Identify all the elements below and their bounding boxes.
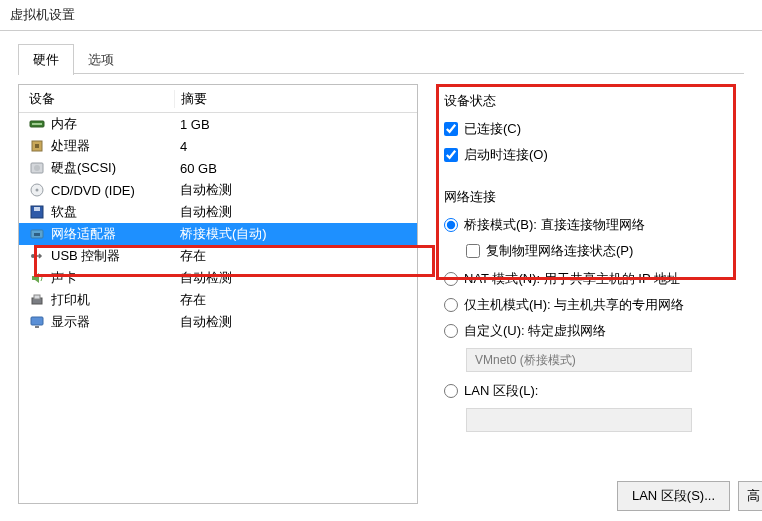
device-label: 网络适配器 xyxy=(51,225,116,243)
table-row[interactable]: 打印机存在 xyxy=(19,289,417,311)
checkbox-connected[interactable]: 已连接(C) xyxy=(444,120,744,138)
radio-nat-label: NAT 模式(N): 用于共享主机的 IP 地址 xyxy=(464,270,680,288)
window-title: 虚拟机设置 xyxy=(0,0,762,30)
device-summary: 4 xyxy=(174,139,417,154)
device-label: 打印机 xyxy=(51,291,90,309)
memory-icon xyxy=(29,116,45,132)
table-row[interactable]: 硬盘(SCSI)60 GB xyxy=(19,157,417,179)
checkbox-replicate-input[interactable] xyxy=(466,244,480,258)
checkbox-connect-at-power-on-input[interactable] xyxy=(444,148,458,162)
column-header-device[interactable]: 设备 xyxy=(19,90,174,108)
network-connection-title: 网络连接 xyxy=(444,188,744,206)
radio-nat-input[interactable] xyxy=(444,272,458,286)
column-header-summary[interactable]: 摘要 xyxy=(174,90,417,108)
device-label: CD/DVD (IDE) xyxy=(51,183,135,198)
display-icon xyxy=(29,314,45,330)
device-label: 内存 xyxy=(51,115,77,133)
sound-icon xyxy=(29,270,45,286)
radio-nat[interactable]: NAT 模式(N): 用于共享主机的 IP 地址 xyxy=(444,270,744,288)
printer-icon xyxy=(29,292,45,308)
device-summary: 自动检测 xyxy=(174,181,417,199)
table-row[interactable]: 内存1 GB xyxy=(19,113,417,135)
table-row[interactable]: 声卡自动检测 xyxy=(19,267,417,289)
checkbox-replicate-label: 复制物理网络连接状态(P) xyxy=(486,242,633,260)
radio-hostonly-input[interactable] xyxy=(444,298,458,312)
device-label: 处理器 xyxy=(51,137,90,155)
table-row[interactable]: 软盘自动检测 xyxy=(19,201,417,223)
checkbox-connect-at-power-on[interactable]: 启动时连接(O) xyxy=(444,146,744,164)
nic-icon xyxy=(29,226,45,242)
device-label: 显示器 xyxy=(51,313,90,331)
radio-hostonly-label: 仅主机模式(H): 与主机共享的专用网络 xyxy=(464,296,684,314)
radio-hostonly[interactable]: 仅主机模式(H): 与主机共享的专用网络 xyxy=(444,296,744,314)
device-summary: 1 GB xyxy=(174,117,417,132)
device-summary: 自动检测 xyxy=(174,313,417,331)
device-summary: 存在 xyxy=(174,247,417,265)
radio-lan-segment[interactable]: LAN 区段(L): xyxy=(444,382,744,400)
device-list[interactable]: 内存1 GB处理器4硬盘(SCSI)60 GBCD/DVD (IDE)自动检测软… xyxy=(19,113,417,503)
device-label: USB 控制器 xyxy=(51,247,120,265)
radio-lan-segment-input[interactable] xyxy=(444,384,458,398)
device-state-title: 设备状态 xyxy=(444,92,744,110)
device-summary: 60 GB xyxy=(174,161,417,176)
radio-bridged-label: 桥接模式(B): 直接连接物理网络 xyxy=(464,216,645,234)
custom-network-select xyxy=(466,348,692,372)
table-row[interactable]: 网络适配器桥接模式(自动) xyxy=(19,223,417,245)
disk-icon xyxy=(29,160,45,176)
cd-icon xyxy=(29,182,45,198)
device-summary: 存在 xyxy=(174,291,417,309)
radio-lan-segment-label: LAN 区段(L): xyxy=(464,382,538,400)
device-summary: 自动检测 xyxy=(174,269,417,287)
device-label: 硬盘(SCSI) xyxy=(51,159,116,177)
device-list-panel: 设备 摘要 内存1 GB处理器4硬盘(SCSI)60 GBCD/DVD (IDE… xyxy=(18,84,418,504)
lan-segments-button[interactable]: LAN 区段(S)... xyxy=(617,481,730,511)
radio-custom-input[interactable] xyxy=(444,324,458,338)
device-summary: 桥接模式(自动) xyxy=(174,225,417,243)
usb-icon xyxy=(29,248,45,264)
tabs: 硬件 选项 xyxy=(18,43,744,74)
checkbox-replicate[interactable]: 复制物理网络连接状态(P) xyxy=(466,242,744,260)
device-list-header: 设备 摘要 xyxy=(19,85,417,113)
advanced-button-cut[interactable]: 高 xyxy=(738,481,762,511)
lan-segment-select xyxy=(466,408,692,432)
radio-bridged[interactable]: 桥接模式(B): 直接连接物理网络 xyxy=(444,216,744,234)
table-row[interactable]: 处理器4 xyxy=(19,135,417,157)
device-summary: 自动检测 xyxy=(174,203,417,221)
radio-custom-label: 自定义(U): 特定虚拟网络 xyxy=(464,322,606,340)
tab-hardware[interactable]: 硬件 xyxy=(18,44,74,75)
checkbox-connected-input[interactable] xyxy=(444,122,458,136)
checkbox-connected-label: 已连接(C) xyxy=(464,120,521,138)
checkbox-connect-at-power-on-label: 启动时连接(O) xyxy=(464,146,548,164)
radio-bridged-input[interactable] xyxy=(444,218,458,232)
table-row[interactable]: USB 控制器存在 xyxy=(19,245,417,267)
radio-custom[interactable]: 自定义(U): 特定虚拟网络 xyxy=(444,322,744,340)
device-label: 声卡 xyxy=(51,269,77,287)
cpu-icon xyxy=(29,138,45,154)
table-row[interactable]: 显示器自动检测 xyxy=(19,311,417,333)
floppy-icon xyxy=(29,204,45,220)
table-row[interactable]: CD/DVD (IDE)自动检测 xyxy=(19,179,417,201)
tab-options[interactable]: 选项 xyxy=(74,45,128,75)
settings-panel: 设备状态 已连接(C) 启动时连接(O) 网络连接 桥接模式(B): 直接连接物… xyxy=(432,84,762,521)
device-label: 软盘 xyxy=(51,203,77,221)
